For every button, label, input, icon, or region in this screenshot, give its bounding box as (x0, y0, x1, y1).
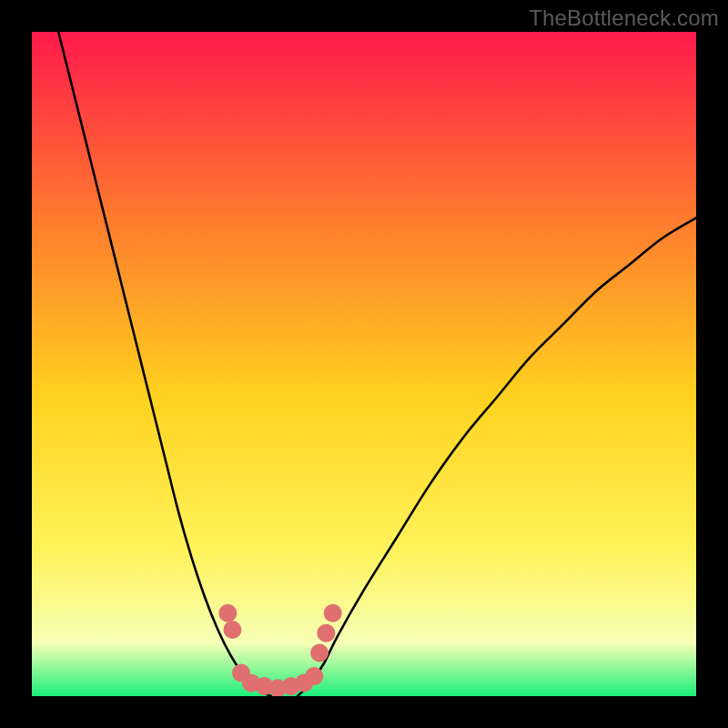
plot-area (32, 32, 696, 696)
marker-point (324, 604, 342, 622)
marker-point (305, 667, 323, 685)
gradient-background (32, 32, 696, 696)
marker-point (223, 621, 241, 639)
marker-point (218, 604, 237, 622)
chart-svg (32, 32, 696, 696)
marker-point (310, 644, 329, 662)
chart-container: TheBottleneck.com (0, 0, 728, 728)
marker-point (317, 624, 335, 642)
watermark-text: TheBottleneck.com (529, 5, 719, 31)
